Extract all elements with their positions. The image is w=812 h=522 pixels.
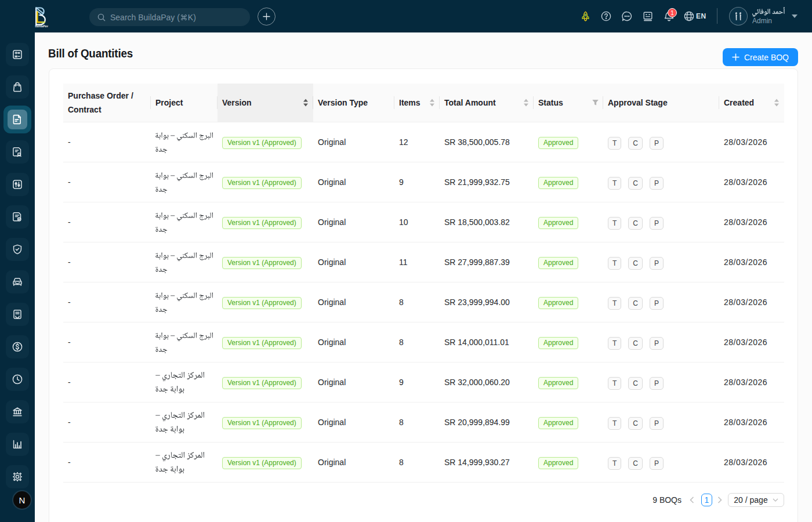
svg-text:BuildaPay: BuildaPay	[35, 25, 49, 28]
